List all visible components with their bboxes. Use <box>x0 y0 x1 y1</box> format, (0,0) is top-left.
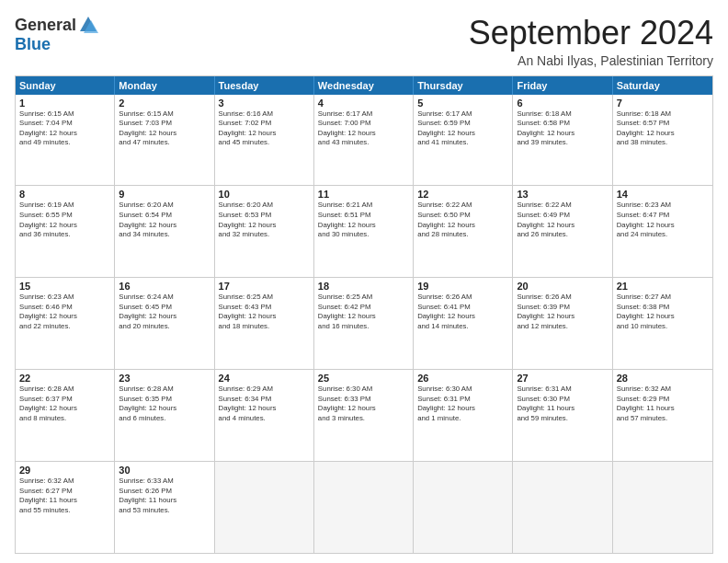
day-number: 26 <box>417 373 508 384</box>
day-cell-23: 23Sunrise: 6:28 AM Sunset: 6:35 PM Dayli… <box>115 370 214 461</box>
day-number: 17 <box>219 281 310 292</box>
calendar-header: SundayMondayTuesdayWednesdayThursdayFrid… <box>16 76 712 95</box>
day-info: Sunrise: 6:27 AM Sunset: 6:38 PM Dayligh… <box>617 293 709 331</box>
day-info: Sunrise: 6:33 AM Sunset: 6:26 PM Dayligh… <box>119 477 210 515</box>
day-cell-6: 6Sunrise: 6:18 AM Sunset: 6:58 PM Daylig… <box>513 95 612 186</box>
day-cell-15: 15Sunrise: 6:23 AM Sunset: 6:46 PM Dayli… <box>16 278 115 369</box>
calendar-row-2: 8Sunrise: 6:19 AM Sunset: 6:55 PM Daylig… <box>16 185 712 277</box>
title-block: September 2024 An Nabi Ilyas, Palestinia… <box>469 15 713 68</box>
day-number: 12 <box>417 189 508 200</box>
day-cell-3: 3Sunrise: 6:16 AM Sunset: 7:02 PM Daylig… <box>215 95 314 186</box>
day-info: Sunrise: 6:28 AM Sunset: 6:35 PM Dayligh… <box>119 385 210 423</box>
day-header-saturday: Saturday <box>613 76 712 95</box>
day-header-thursday: Thursday <box>414 76 513 95</box>
day-cell-29: 29Sunrise: 6:32 AM Sunset: 6:27 PM Dayli… <box>16 462 115 553</box>
day-header-monday: Monday <box>115 76 214 95</box>
day-info: Sunrise: 6:21 AM Sunset: 6:51 PM Dayligh… <box>318 201 409 239</box>
day-info: Sunrise: 6:30 AM Sunset: 6:33 PM Dayligh… <box>318 385 409 423</box>
day-info: Sunrise: 6:18 AM Sunset: 6:57 PM Dayligh… <box>617 109 709 148</box>
day-number: 21 <box>617 281 709 292</box>
day-info: Sunrise: 6:22 AM Sunset: 6:49 PM Dayligh… <box>517 201 608 239</box>
day-number: 20 <box>517 281 608 292</box>
day-header-wednesday: Wednesday <box>314 76 414 95</box>
day-cell-14: 14Sunrise: 6:23 AM Sunset: 6:47 PM Dayli… <box>613 186 712 277</box>
day-number: 15 <box>19 281 110 292</box>
day-info: Sunrise: 6:23 AM Sunset: 6:46 PM Dayligh… <box>19 293 110 331</box>
calendar-row-5: 29Sunrise: 6:32 AM Sunset: 6:27 PM Dayli… <box>16 461 712 553</box>
day-cell-17: 17Sunrise: 6:25 AM Sunset: 6:43 PM Dayli… <box>215 278 314 369</box>
day-cell-2: 2Sunrise: 6:15 AM Sunset: 7:03 PM Daylig… <box>115 95 214 186</box>
empty-cell <box>414 462 513 553</box>
day-number: 28 <box>617 373 709 384</box>
day-number: 9 <box>119 189 210 200</box>
logo: General Blue <box>15 15 98 54</box>
day-cell-18: 18Sunrise: 6:25 AM Sunset: 6:42 PM Dayli… <box>314 278 414 369</box>
day-number: 3 <box>219 98 310 109</box>
page-header: General Blue September 2024 An Nabi Ilya… <box>15 15 713 68</box>
day-cell-5: 5Sunrise: 6:17 AM Sunset: 6:59 PM Daylig… <box>414 95 513 186</box>
day-number: 4 <box>318 98 409 109</box>
day-cell-4: 4Sunrise: 6:17 AM Sunset: 7:00 PM Daylig… <box>314 95 414 186</box>
day-info: Sunrise: 6:24 AM Sunset: 6:45 PM Dayligh… <box>119 293 210 331</box>
day-info: Sunrise: 6:17 AM Sunset: 6:59 PM Dayligh… <box>417 109 508 148</box>
day-cell-16: 16Sunrise: 6:24 AM Sunset: 6:45 PM Dayli… <box>115 278 214 369</box>
day-cell-9: 9Sunrise: 6:20 AM Sunset: 6:54 PM Daylig… <box>115 186 214 277</box>
day-cell-12: 12Sunrise: 6:22 AM Sunset: 6:50 PM Dayli… <box>414 186 513 277</box>
day-number: 18 <box>318 281 409 292</box>
day-info: Sunrise: 6:25 AM Sunset: 6:43 PM Dayligh… <box>219 293 310 331</box>
day-info: Sunrise: 6:30 AM Sunset: 6:31 PM Dayligh… <box>417 385 508 423</box>
day-number: 13 <box>517 189 608 200</box>
day-info: Sunrise: 6:15 AM Sunset: 7:04 PM Dayligh… <box>19 109 110 148</box>
empty-cell <box>314 462 414 553</box>
day-cell-27: 27Sunrise: 6:31 AM Sunset: 6:30 PM Dayli… <box>513 370 612 461</box>
day-info: Sunrise: 6:16 AM Sunset: 7:02 PM Dayligh… <box>219 109 310 148</box>
day-cell-21: 21Sunrise: 6:27 AM Sunset: 6:38 PM Dayli… <box>613 278 712 369</box>
day-info: Sunrise: 6:31 AM Sunset: 6:30 PM Dayligh… <box>517 385 608 423</box>
calendar-row-3: 15Sunrise: 6:23 AM Sunset: 6:46 PM Dayli… <box>16 277 712 369</box>
calendar-row-4: 22Sunrise: 6:28 AM Sunset: 6:37 PM Dayli… <box>16 369 712 461</box>
day-info: Sunrise: 6:32 AM Sunset: 6:29 PM Dayligh… <box>617 385 709 423</box>
day-number: 25 <box>318 373 409 384</box>
day-info: Sunrise: 6:20 AM Sunset: 6:53 PM Dayligh… <box>219 201 310 239</box>
location-text: An Nabi Ilyas, Palestinian Territory <box>469 53 713 68</box>
day-info: Sunrise: 6:26 AM Sunset: 6:39 PM Dayligh… <box>517 293 608 331</box>
calendar-row-1: 1Sunrise: 6:15 AM Sunset: 7:04 PM Daylig… <box>16 95 712 186</box>
logo-general-text: General <box>15 16 76 35</box>
day-info: Sunrise: 6:20 AM Sunset: 6:54 PM Dayligh… <box>119 201 210 239</box>
logo-blue-text: Blue <box>15 35 51 54</box>
day-cell-26: 26Sunrise: 6:30 AM Sunset: 6:31 PM Dayli… <box>414 370 513 461</box>
day-cell-25: 25Sunrise: 6:30 AM Sunset: 6:33 PM Dayli… <box>314 370 414 461</box>
day-header-tuesday: Tuesday <box>215 76 314 95</box>
day-info: Sunrise: 6:26 AM Sunset: 6:41 PM Dayligh… <box>417 293 508 331</box>
day-cell-13: 13Sunrise: 6:22 AM Sunset: 6:49 PM Dayli… <box>513 186 612 277</box>
day-cell-30: 30Sunrise: 6:33 AM Sunset: 6:26 PM Dayli… <box>115 462 214 553</box>
day-info: Sunrise: 6:29 AM Sunset: 6:34 PM Dayligh… <box>219 385 310 423</box>
day-number: 24 <box>219 373 310 384</box>
empty-cell <box>513 462 612 553</box>
day-header-sunday: Sunday <box>16 76 115 95</box>
day-number: 1 <box>19 98 110 109</box>
day-number: 29 <box>19 465 110 476</box>
day-info: Sunrise: 6:17 AM Sunset: 7:00 PM Dayligh… <box>318 109 409 148</box>
day-number: 23 <box>119 373 210 384</box>
day-cell-8: 8Sunrise: 6:19 AM Sunset: 6:55 PM Daylig… <box>16 186 115 277</box>
day-cell-24: 24Sunrise: 6:29 AM Sunset: 6:34 PM Dayli… <box>215 370 314 461</box>
day-number: 5 <box>417 98 508 109</box>
logo-icon <box>78 15 98 35</box>
day-info: Sunrise: 6:25 AM Sunset: 6:42 PM Dayligh… <box>318 293 409 331</box>
day-info: Sunrise: 6:22 AM Sunset: 6:50 PM Dayligh… <box>417 201 508 239</box>
day-info: Sunrise: 6:28 AM Sunset: 6:37 PM Dayligh… <box>19 385 110 423</box>
day-cell-28: 28Sunrise: 6:32 AM Sunset: 6:29 PM Dayli… <box>613 370 712 461</box>
day-info: Sunrise: 6:18 AM Sunset: 6:58 PM Dayligh… <box>517 109 608 148</box>
day-number: 19 <box>417 281 508 292</box>
empty-cell <box>613 462 712 553</box>
day-info: Sunrise: 6:19 AM Sunset: 6:55 PM Dayligh… <box>19 201 110 239</box>
day-cell-20: 20Sunrise: 6:26 AM Sunset: 6:39 PM Dayli… <box>513 278 612 369</box>
day-cell-19: 19Sunrise: 6:26 AM Sunset: 6:41 PM Dayli… <box>414 278 513 369</box>
day-cell-7: 7Sunrise: 6:18 AM Sunset: 6:57 PM Daylig… <box>613 95 712 186</box>
day-number: 30 <box>119 465 210 476</box>
day-cell-1: 1Sunrise: 6:15 AM Sunset: 7:04 PM Daylig… <box>16 95 115 186</box>
empty-cell <box>215 462 314 553</box>
day-number: 27 <box>517 373 608 384</box>
day-info: Sunrise: 6:15 AM Sunset: 7:03 PM Dayligh… <box>119 109 210 148</box>
